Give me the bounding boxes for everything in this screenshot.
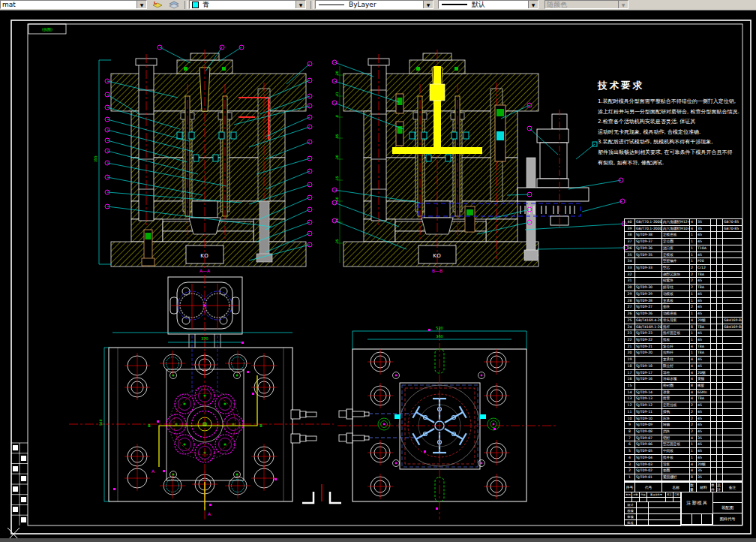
bom-table: 40GB/T70.1-2000内六角螺钉M12×40435GB70-8539GB… bbox=[624, 218, 742, 492]
titleblock-approval-col: 设计校核审核批准 bbox=[625, 502, 681, 526]
svg-text:41: 41 bbox=[335, 92, 339, 96]
svg-text:15: 15 bbox=[335, 176, 339, 180]
layer-combo[interactable]: 青 ▼ bbox=[189, 0, 306, 9]
toolbar-separator bbox=[184, 1, 188, 9]
dropdown-arrow-icon: ▼ bbox=[618, 1, 628, 8]
dropdown-arrow-icon[interactable]: ▼ bbox=[528, 1, 538, 8]
lineweight-combo[interactable]: 默认 ▼ bbox=[438, 0, 538, 9]
bom-row: 16SJ/T09-16冷却水嘴4黄铜 bbox=[625, 376, 742, 383]
lineweight-sample-icon bbox=[442, 4, 467, 5]
tech-requirement-line: 2.检查各个活动机构安装是否灵活, 保证其 bbox=[598, 117, 752, 128]
text-style-combo[interactable]: mat ▼ bbox=[0, 0, 147, 9]
layer-arrow-icon bbox=[152, 1, 163, 8]
section-view-a: 355 bbox=[94, 50, 306, 270]
drawing-code-label: 图样代号 bbox=[713, 513, 742, 525]
bom-row: 20SJ/T09-20拉料杆1T8A bbox=[625, 350, 742, 357]
svg-text:8: 8 bbox=[335, 115, 339, 117]
bom-row: 25GB/T4169.4-2006带头导套420钢GB4169-84 bbox=[625, 318, 742, 324]
tech-requirement-line: 3.装配后进行试模动作, 脱模机构不得有干涉现象, bbox=[598, 137, 752, 148]
bom-row: 28SJ/T09-28支承板145 bbox=[625, 298, 742, 305]
bom-row: 11SJ/T09-11摆钩245 bbox=[625, 409, 742, 416]
bom-row: 37SJ/T09-37定位圈145 bbox=[625, 239, 742, 245]
dropdown-arrow-icon[interactable]: ▼ bbox=[423, 1, 433, 8]
plotstyle-value: 随颜色 bbox=[545, 0, 567, 9]
bom-row: 38SJ/T09-38定模座板145 bbox=[625, 232, 742, 239]
balloon-dots bbox=[424, 329, 496, 510]
bom-row: 13SJ/T09-13推管4T8A bbox=[625, 396, 742, 402]
section-b-label: B—B bbox=[432, 268, 442, 273]
titleblock-empty-cell bbox=[713, 492, 742, 503]
title-block: 标记处数分区更改文件号签名日期 设计校核审核批准 注塑模具 装配图 图样代号 bbox=[624, 492, 742, 525]
layers-stack-icon bbox=[169, 1, 179, 9]
bom-row: 4SJ/T09-04推件板145 bbox=[625, 455, 742, 462]
linetype-sample-icon bbox=[319, 5, 344, 5]
layer-properties-button[interactable] bbox=[166, 0, 182, 9]
bom-row: 17SJ/T09-17导柱420钢 bbox=[625, 370, 742, 377]
bom-row: 8SJ/T09-08挡块245 bbox=[625, 429, 742, 435]
titleblock-scale-cells bbox=[682, 514, 712, 525]
bom-row: 34型腔镶件1P20 bbox=[625, 258, 742, 265]
bom-row: 9SJ/T09-09转轴245 bbox=[625, 422, 742, 429]
bom-row: 35SJ/T09-35定模板145 bbox=[625, 252, 742, 259]
linetype-combo[interactable]: ByLayer ▼ bbox=[315, 0, 434, 9]
svg-text:30: 30 bbox=[335, 155, 339, 159]
bom-row: 15密封圈8橡胶 bbox=[625, 383, 742, 390]
bom-row: 30SJ/T09-30斜导柱2T8A bbox=[625, 285, 742, 291]
dim-label: 360 bbox=[436, 334, 443, 339]
bom-headers: 序号代号名称数量材料单件总计备注 bbox=[624, 482, 742, 492]
svg-text:95: 95 bbox=[335, 134, 339, 138]
bom-row: 2SJ/T09-02垫圈435 bbox=[625, 468, 742, 474]
tech-requirement-line: 塑件顶出顺畅达到相关要求, 在可靠条件下模具开合且不得 bbox=[598, 148, 752, 158]
dropdown-arrow-icon[interactable]: ▼ bbox=[136, 1, 146, 8]
make-layer-current-button[interactable] bbox=[150, 0, 165, 9]
dim-ticks-b: 20418953015601035 bbox=[335, 71, 339, 243]
tech-requirement-line: 涂上红粉并与另一分型面配研对磨研合, 检查分型面贴合情况. bbox=[598, 107, 752, 118]
sheet-type-label: 装配图 bbox=[713, 503, 742, 513]
bom-row: 32侧型芯滑块2T8A bbox=[625, 272, 742, 279]
section-arrow-label: A bbox=[208, 511, 212, 516]
plan-view-right: 520 360 bbox=[338, 326, 558, 519]
bom-row: 3SJ/T09-03导套420钢 bbox=[625, 462, 742, 468]
lineweight-value: 默认 bbox=[470, 0, 485, 9]
tech-requirement-line: 1.装配时模具分型面需平整贴合不得错位的一侧打入定位销, bbox=[598, 97, 752, 107]
section-arrow-label: A bbox=[152, 468, 155, 474]
bom-rows: 40GB/T70.1-2000内六角螺钉M12×40435GB70-8539GB… bbox=[624, 218, 742, 482]
toolbar-separator bbox=[310, 1, 314, 9]
svg-text:20: 20 bbox=[335, 71, 339, 75]
ko-label-a: KO bbox=[200, 253, 209, 259]
bom-row: 5SJ/T09-05中间板145 bbox=[625, 448, 742, 455]
bom-row: 12SJ/T09-12定距拉板245 bbox=[625, 402, 742, 409]
mark-label: B bbox=[148, 423, 151, 428]
bom-row: 23SJ/T09-23推杆固定板145 bbox=[625, 330, 742, 337]
bom-row: 33SJ/T09-33型芯2Cr12 bbox=[625, 265, 742, 272]
bom-row: 18SJ/T09-18限位钉445 bbox=[625, 363, 742, 370]
bom-row: 7SJ/T09-07销钉435 bbox=[625, 435, 742, 442]
ko-label-b: KO bbox=[433, 253, 442, 259]
bom-row: 10SJ/T09-10压块245 bbox=[625, 416, 742, 423]
plan-view-left: A A B B 560 370 bbox=[69, 275, 334, 519]
tech-requirements: 技术要求 1.装配时模具分型面需平整贴合不得错位的一侧打入定位销,涂上红粉并与另… bbox=[598, 80, 752, 168]
dim-label: 370 bbox=[201, 336, 208, 341]
bom-row: 6SJ/T09-06型芯固定板145 bbox=[625, 441, 742, 448]
bom-row: 27SJ/T09-27垫块245 bbox=[625, 304, 742, 311]
text-style-value: mat bbox=[1, 1, 16, 8]
bom-row: 24GB/T4169.1-2006推杆8T8AGB4169-84 bbox=[625, 324, 742, 331]
dropdown-arrow-icon[interactable]: ▼ bbox=[296, 1, 305, 8]
titleblock-name-area: 注塑模具 装配图 图样代号 bbox=[682, 492, 742, 525]
bom-row: 14SJ/T09-14弹簧465Mn bbox=[625, 390, 742, 396]
drawing-title: 注塑模具 bbox=[682, 492, 712, 514]
bom-row: 1SJ/T09-01紧固螺钉835 bbox=[625, 474, 742, 481]
dim-label: 560 bbox=[99, 419, 103, 426]
bom-row: 22SJ/T09-22推板145 bbox=[625, 337, 742, 344]
application-window: (拆图) bbox=[0, 0, 756, 542]
bom-row: 39GB/T70.1-2000内六角螺钉M10×30435GB70-85 bbox=[625, 226, 742, 233]
bom-row: 36SJ/T09-36浇口套1T10A bbox=[625, 245, 742, 252]
tech-requirement-line: 有裂痕, 如有不符, 修配调试. bbox=[598, 158, 752, 169]
toolbar: mat ▼ 青 ▼ ByLayer ▼ bbox=[0, 0, 756, 11]
layer-color-swatch bbox=[192, 2, 199, 8]
bom-row: 21SJ/T09-21复位杆4T8A bbox=[625, 344, 742, 351]
tech-requirements-title: 技术要求 bbox=[598, 80, 752, 92]
section-a-label: A—A bbox=[200, 268, 211, 273]
dim-label: 355 bbox=[94, 155, 98, 162]
section-view-b: 20418953015601035 bbox=[335, 50, 589, 270]
